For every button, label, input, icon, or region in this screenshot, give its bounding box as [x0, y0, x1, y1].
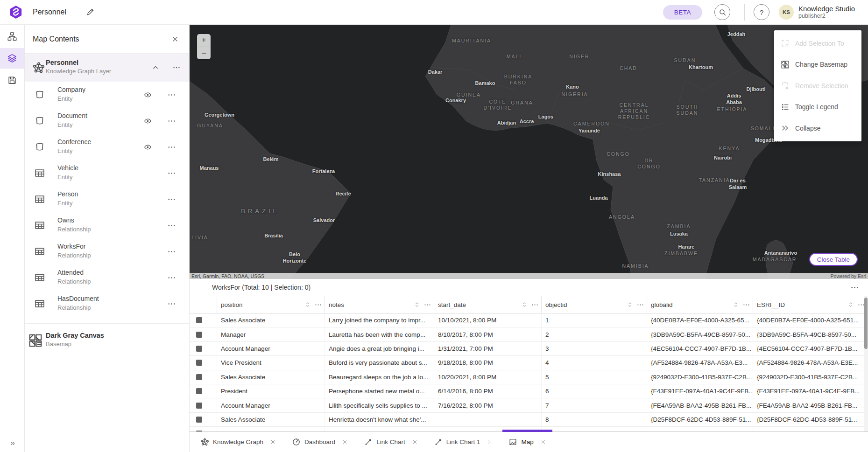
layer-item-conference[interactable]: ConferenceEntity — [25, 134, 189, 160]
cell-notes[interactable]: Buford is very passionate about s... — [325, 356, 434, 369]
user-block[interactable]: Knowledge Studio publisher2 — [798, 5, 855, 20]
map-canvas[interactable]: MAURITANIAMALINIGERCHADSUDANGUINEABURKIN… — [190, 25, 868, 279]
table-row[interactable]: Account ManagerLilith specifically sells… — [190, 398, 868, 412]
cell-esri_id[interactable]: {FE4A59AB-BAA2-495B-B261-FB... — [753, 398, 868, 412]
tab-link-chart-1[interactable]: Link Chart 1 — [426, 432, 501, 452]
table-row[interactable]: Account ManagerAngie does a great job br… — [190, 342, 868, 356]
cell-esri_id[interactable]: {40DE0B7A-EF0E-4000-A325-651... — [753, 313, 868, 327]
menu-item-change-basemap[interactable]: Change Basemap — [774, 54, 861, 76]
cell-notes[interactable]: Lilith specifically sells supplies to ..… — [325, 398, 434, 412]
cell-position[interactable]: Vice President — [217, 356, 325, 369]
table-row[interactable]: ManagerLauretta has been with the comp..… — [190, 327, 868, 341]
cell-objectid[interactable]: 9 — [542, 427, 647, 431]
cell-notes[interactable]: Beauregard sleeps on the job a lo... — [325, 370, 434, 384]
cell-globalid[interactable]: {E7B1A0CF-43C1-4931-9161-7B... — [647, 427, 753, 431]
cell-objectid[interactable]: 1 — [542, 313, 647, 327]
layer-item-options-menu-icon[interactable] — [168, 300, 176, 308]
close-table-button[interactable]: Close Table — [809, 253, 858, 266]
row-checkbox[interactable] — [196, 332, 202, 338]
cell-globalid[interactable]: {F43E91EE-097A-40A1-9C4E-9FB... — [647, 384, 753, 398]
layer-item-options-menu-icon[interactable] — [168, 222, 176, 229]
close-tab-icon[interactable] — [487, 439, 492, 445]
cell-start_date[interactable]: 10/20/2021, 8:00 PM — [434, 370, 542, 384]
close-tab-icon[interactable] — [541, 439, 546, 445]
cell-objectid[interactable]: 4 — [542, 356, 647, 369]
cell-start_date[interactable] — [434, 413, 542, 426]
close-tab-icon[interactable] — [342, 439, 347, 445]
cell-position[interactable]: Manager — [217, 327, 325, 341]
cell-notes[interactable]: Larry joined the company to impr... — [325, 313, 434, 327]
collapse-layer-chevron-up-icon[interactable] — [152, 64, 159, 71]
rail-item-data-model[interactable] — [0, 26, 24, 47]
cell-globalid[interactable]: {FE4A59AB-BAA2-495B-B261-FB... — [647, 398, 753, 412]
layer-item-options-menu-icon[interactable] — [168, 169, 176, 177]
cell-position[interactable]: Sales Associate — [217, 313, 325, 327]
cell-objectid[interactable]: 6 — [542, 384, 647, 398]
layer-item-options-menu-icon[interactable] — [168, 248, 176, 256]
close-panel-icon[interactable] — [171, 35, 179, 43]
rail-item-save[interactable] — [0, 70, 24, 90]
table-row[interactable]: Sales AssociateBeauregard sleeps on the … — [190, 370, 868, 384]
layer-item-company[interactable]: CompanyEntity — [25, 82, 189, 108]
layer-item-person[interactable]: PersonEntity — [25, 186, 189, 212]
layer-item-options-menu-icon[interactable] — [168, 91, 176, 99]
cell-position[interactable]: Account Manager — [217, 342, 325, 355]
row-checkbox[interactable] — [196, 374, 202, 380]
cell-position[interactable]: President — [217, 384, 325, 398]
tab-map[interactable]: Map — [501, 432, 554, 452]
cell-esri_id[interactable]: {E7B1A0CF-43C1-4931-9161-7B... — [753, 427, 868, 431]
layer-item-options-menu-icon[interactable] — [168, 117, 176, 125]
cell-esri_id[interactable]: {F43E91EE-097A-40A1-9C4E-9FB... — [753, 384, 868, 398]
cell-globalid[interactable]: {AF524884-9826-478A-A53A-E3... — [647, 356, 753, 369]
row-checkbox[interactable] — [196, 417, 202, 423]
row-checkbox[interactable] — [196, 360, 202, 366]
cell-globalid[interactable]: {40DE0B7A-EF0E-4000-A325-65... — [647, 313, 753, 327]
cell-notes[interactable]: Hildegard is always willing to help... — [325, 427, 434, 431]
zoom-in-button[interactable]: + — [197, 34, 211, 47]
layer-row-personnel[interactable]: Personnel Knowledge Graph Layer — [25, 54, 189, 82]
cell-esri_id[interactable]: {4EC56104-CCC7-4907-BF7D-1B... — [753, 342, 868, 355]
row-checkbox[interactable] — [196, 403, 202, 409]
cell-objectid[interactable]: 2 — [542, 327, 647, 341]
cell-start_date[interactable]: 8/10/2017, 8:00 PM — [434, 327, 542, 341]
close-tab-icon[interactable] — [412, 439, 417, 445]
table-row[interactable]: PresidentPersephone started new metal o.… — [190, 384, 868, 398]
layer-item-owns[interactable]: OwnsRelationship — [25, 212, 189, 238]
tab-link-chart[interactable]: Link Chart — [356, 432, 426, 452]
cell-globalid[interactable]: {9249032D-E300-41B5-937F-C2B... — [647, 370, 753, 384]
table-row[interactable]: Sales AssociateLarry joined the company … — [190, 313, 868, 327]
cell-start_date[interactable]: 10/10/2021, 8:00 PM — [434, 313, 542, 327]
row-checkbox[interactable] — [196, 317, 202, 323]
cell-objectid[interactable]: 3 — [542, 342, 647, 355]
edit-title-pencil-icon[interactable] — [86, 8, 94, 16]
cell-start_date[interactable]: 7/16/2022, 8:00 PM — [434, 398, 542, 412]
visibility-eye-toggle[interactable] — [144, 143, 152, 151]
layer-options-menu-icon[interactable] — [173, 64, 180, 71]
tab-dashboard[interactable]: Dashboard — [284, 432, 356, 452]
cell-position[interactable]: Sales Associate — [217, 413, 325, 426]
cell-globalid[interactable]: {4EC56104-CCC7-4907-BF7D-1B... — [647, 342, 753, 355]
visibility-eye-toggle[interactable] — [144, 117, 152, 125]
table-row[interactable]: Vice PresidentBuford is very passionate … — [190, 356, 868, 370]
cell-notes[interactable]: Lauretta has been with the comp... — [325, 327, 434, 341]
tab-knowledge-graph[interactable]: Knowledge Graph — [192, 432, 284, 452]
cell-esri_id[interactable]: {AF524884-9826-478A-A53A-E3E... — [753, 356, 868, 369]
cell-esri_id[interactable]: {D25F8DCF-62DC-4D53-889F-51... — [753, 413, 868, 426]
cell-esri_id[interactable]: {9249032D-E300-41B5-937F-C2B... — [753, 370, 868, 384]
scrollbar-thumb[interactable] — [864, 298, 868, 349]
table-row[interactable]: Sales AssociateHenrietta doesn't know wh… — [190, 413, 868, 427]
cell-notes[interactable]: Henrietta doesn't know what she'... — [325, 413, 434, 426]
cell-objectid[interactable]: 7 — [542, 398, 647, 412]
layer-item-attended[interactable]: AttendedRelationship — [25, 264, 189, 291]
cell-position[interactable]: Account Manager — [217, 398, 325, 412]
layer-item-hasdocument[interactable]: HasDocumentRelationship — [25, 291, 189, 317]
layer-item-options-menu-icon[interactable] — [168, 274, 176, 282]
cell-notes[interactable]: Persephone started new metal o... — [325, 384, 434, 398]
layer-item-worksfor[interactable]: WorksForRelationship — [25, 238, 189, 264]
row-checkbox[interactable] — [196, 388, 202, 394]
row-checkbox[interactable] — [196, 346, 202, 352]
layer-item-vehicle[interactable]: VehicleEntity — [25, 160, 189, 186]
cell-start_date[interactable]: 9/18/2018, 8:00 PM — [434, 356, 542, 369]
cell-objectid[interactable]: 8 — [542, 413, 647, 426]
cell-start_date[interactable]: 1/31/2021, 7:00 PM — [434, 342, 542, 355]
